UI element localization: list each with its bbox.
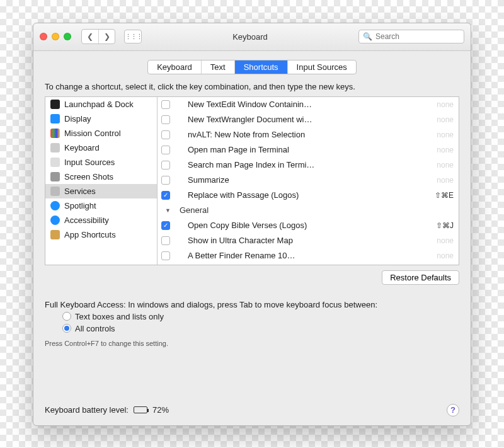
category-mission-control[interactable]: Mission Control xyxy=(45,126,157,141)
shortcut-checkbox[interactable] xyxy=(161,176,170,185)
shortcut-checkbox[interactable] xyxy=(161,115,170,124)
category-label: Input Sources xyxy=(64,158,115,167)
shortcut-key: none xyxy=(437,115,454,124)
shortcut-row[interactable]: ✓Open Copy Bible Verses (Logos)⇧⌘J xyxy=(158,218,459,233)
show-all-button[interactable]: ⋮⋮⋮ xyxy=(124,30,142,43)
shortcut-label: Open Copy Bible Verses (Logos) xyxy=(175,221,431,230)
category-services[interactable]: Services xyxy=(45,184,157,198)
close-icon[interactable] xyxy=(40,33,47,40)
tabs: KeyboardTextShortcutsInput Sources xyxy=(147,60,357,74)
shortcut-row[interactable]: Summarizenone xyxy=(158,173,459,188)
shortcut-checkbox[interactable]: ✓ xyxy=(161,191,170,200)
tab-text[interactable]: Text xyxy=(201,60,234,74)
shortcut-key: none xyxy=(437,100,454,109)
shortcut-checkbox[interactable] xyxy=(161,130,170,139)
category-app-shortcuts[interactable]: App Shortcuts xyxy=(45,227,157,242)
shortcut-group[interactable]: ▼General xyxy=(158,203,459,218)
accessibility-icon xyxy=(50,215,60,225)
input-icon xyxy=(50,158,60,167)
display-icon xyxy=(50,114,60,123)
back-button[interactable]: ❮ xyxy=(82,30,98,43)
shortcut-panels: Launchpad & DockDisplayMission ControlKe… xyxy=(45,96,459,265)
zoom-icon[interactable] xyxy=(64,33,71,40)
category-label: Keyboard xyxy=(64,143,100,152)
category-input-sources[interactable]: Input Sources xyxy=(45,155,157,169)
footer: Keyboard battery level: 72% ? xyxy=(33,395,471,425)
forward-button[interactable]: ❯ xyxy=(98,30,115,43)
shortcut-key: none xyxy=(437,146,454,154)
window-title: Keyboard xyxy=(147,32,353,42)
help-button[interactable]: ? xyxy=(447,404,459,416)
shortcut-key: none xyxy=(437,130,454,139)
keyboard-icon xyxy=(50,143,60,152)
shortcut-row[interactable]: ✓Replace with Passage (Logos)⇧⌘E xyxy=(158,188,459,203)
instruction-text: To change a shortcut, select it, click t… xyxy=(45,82,459,91)
radio-button[interactable] xyxy=(62,312,71,321)
shortcut-checkbox[interactable] xyxy=(161,251,170,260)
gear-icon xyxy=(50,187,60,196)
search-field[interactable]: 🔍 xyxy=(358,30,464,43)
minimize-icon[interactable] xyxy=(52,33,59,40)
restore-defaults-button[interactable]: Restore Defaults xyxy=(382,270,459,285)
search-icon: 🔍 xyxy=(363,32,372,41)
fka-option[interactable]: Text boxes and lists only xyxy=(62,312,459,321)
app-icon xyxy=(50,230,60,239)
fka-hint: Press Control+F7 to change this setting. xyxy=(45,340,459,347)
category-accessibility[interactable]: Accessibility xyxy=(45,213,157,227)
category-label: Services xyxy=(64,187,96,196)
category-keyboard[interactable]: Keyboard xyxy=(45,141,157,155)
shortcut-row[interactable]: New TextEdit Window Containin…none xyxy=(158,97,459,112)
category-label: Spotlight xyxy=(64,201,96,210)
shortcut-checkbox[interactable] xyxy=(161,236,170,245)
shortcut-key: ⇧⌘E xyxy=(435,191,454,200)
shortcut-checkbox[interactable] xyxy=(161,100,170,109)
shortcut-label: Replace with Passage (Logos) xyxy=(175,190,430,200)
category-label: Screen Shots xyxy=(64,172,113,181)
shortcut-label: New TextWrangler Document wi… xyxy=(175,115,432,124)
titlebar: ❮ ❯ ⋮⋮⋮ Keyboard 🔍 xyxy=(33,23,471,51)
category-display[interactable]: Display xyxy=(45,112,157,126)
shortcut-key: none xyxy=(437,251,454,260)
shortcut-label: Search man Page Index in Termi… xyxy=(175,160,432,169)
shortcut-key: none xyxy=(437,176,454,185)
category-label: App Shortcuts xyxy=(64,230,116,239)
preferences-window: ❮ ❯ ⋮⋮⋮ Keyboard 🔍 KeyboardTextShortcuts… xyxy=(33,23,471,426)
shortcut-row[interactable]: A Better Finder Rename 10…none xyxy=(158,248,459,263)
category-screen-shots[interactable]: Screen Shots xyxy=(45,169,157,184)
tab-keyboard[interactable]: Keyboard xyxy=(148,60,201,74)
shortcut-row[interactable]: Show in Ultra Character Mapnone xyxy=(158,233,459,248)
fka-option[interactable]: All controls xyxy=(62,324,459,333)
screenshot-icon xyxy=(50,172,60,181)
battery-percent: 72% xyxy=(152,405,169,415)
shortcut-label: New TextEdit Window Containin… xyxy=(175,100,432,109)
shortcut-list[interactable]: New TextEdit Window Containin…noneNew Te… xyxy=(158,97,459,265)
shortcut-checkbox[interactable] xyxy=(161,161,170,169)
shortcut-checkbox[interactable]: ✓ xyxy=(161,221,170,230)
radio-button[interactable] xyxy=(62,324,71,333)
category-label: Display xyxy=(64,114,91,123)
tab-shortcuts[interactable]: Shortcuts xyxy=(234,60,287,74)
disclosure-triangle-icon[interactable]: ▼ xyxy=(165,207,171,214)
shortcut-row[interactable]: New TextWrangler Document wi…none xyxy=(158,112,459,127)
traffic-lights xyxy=(40,33,71,40)
shortcut-row[interactable]: Search man Page Index in Termi…none xyxy=(158,158,459,173)
fka-heading: Full Keyboard Access: In windows and dia… xyxy=(45,300,459,309)
shortcut-row[interactable]: nvALT: New Note from Selectionnone xyxy=(158,127,459,142)
radio-label: All controls xyxy=(75,324,115,333)
launchpad-icon xyxy=(50,100,60,109)
shortcut-label: Open man Page in Terminal xyxy=(175,145,432,154)
tabs-row: KeyboardTextShortcutsInput Sources xyxy=(33,51,471,81)
shortcut-key: none xyxy=(437,236,454,245)
search-input[interactable] xyxy=(375,32,470,41)
category-spotlight[interactable]: Spotlight xyxy=(45,198,157,213)
mission-icon xyxy=(50,129,60,138)
category-launchpad-dock[interactable]: Launchpad & Dock xyxy=(45,97,157,112)
spotlight-icon xyxy=(50,201,60,210)
shortcut-checkbox[interactable] xyxy=(161,146,170,154)
category-label: Accessibility xyxy=(64,215,109,225)
tab-input-sources[interactable]: Input Sources xyxy=(287,60,356,74)
shortcut-row[interactable]: Open man Page in Terminalnone xyxy=(158,142,459,158)
shortcut-key: none xyxy=(437,161,454,169)
shortcut-label: Summarize xyxy=(175,175,432,185)
category-list[interactable]: Launchpad & DockDisplayMission ControlKe… xyxy=(45,97,158,265)
